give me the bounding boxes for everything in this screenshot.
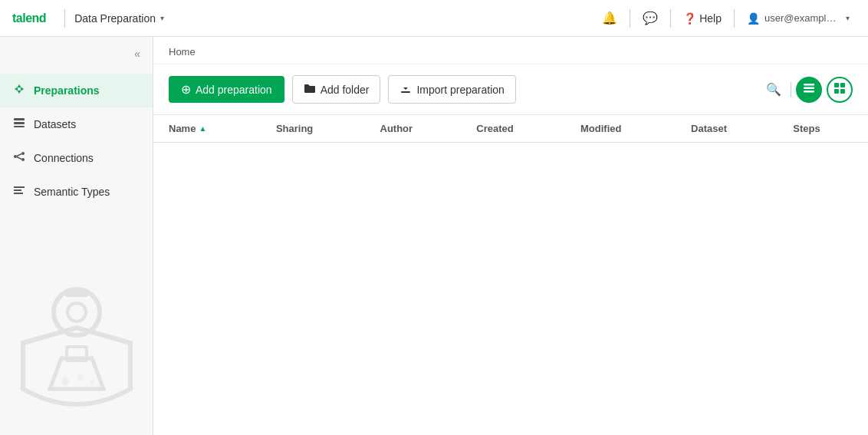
grid-view-icon	[834, 83, 845, 97]
sidebar: « Preparations Datasets	[0, 37, 153, 435]
list-view-button[interactable]	[796, 77, 822, 103]
toolbar: ⊕ Add preparation Add folder	[153, 64, 868, 115]
svg-rect-25	[840, 89, 845, 94]
add-folder-label: Add folder	[321, 84, 370, 96]
table-header-row: Name ▲ Sharing Author Created	[153, 115, 868, 143]
column-created-label: Created	[476, 123, 513, 134]
sidebar-collapse-button[interactable]: «	[131, 46, 143, 61]
topnav-right: 🔔 💬 ❓ Help 👤 user@example.com ▾	[596, 6, 856, 30]
import-icon	[399, 82, 412, 97]
column-created[interactable]: Created	[464, 115, 568, 143]
user-icon: 👤	[747, 12, 760, 25]
top-navigation: talend Data Preparation ▾ 🔔 💬 ❓ Help 👤 u…	[0, 0, 868, 37]
toolbar-right: 🔍	[761, 77, 853, 103]
sidebar-item-datasets[interactable]: Datasets	[0, 107, 153, 141]
chevron-down-icon: ▾	[160, 14, 164, 22]
preparations-table-area: Name ▲ Sharing Author Created	[153, 115, 868, 435]
svg-rect-18	[401, 91, 410, 93]
column-author[interactable]: Author	[368, 115, 465, 143]
breadcrumb-home: Home	[169, 46, 196, 58]
sidebar-watermark	[0, 236, 153, 435]
help-circle-icon: ❓	[683, 12, 696, 25]
svg-point-17	[90, 381, 94, 385]
column-dataset-label: Dataset	[691, 123, 727, 134]
svg-point-11	[54, 289, 100, 335]
svg-rect-24	[834, 89, 839, 94]
nav-divider-3	[670, 9, 671, 28]
sort-asc-icon: ▲	[199, 124, 206, 133]
svg-point-4	[21, 152, 25, 155]
import-preparation-button[interactable]: Import preparation	[388, 75, 515, 104]
nav-divider-4	[734, 9, 735, 28]
connections-label: Connections	[34, 152, 94, 164]
user-name: user@example.com	[764, 12, 841, 24]
user-chevron-icon: ▾	[846, 14, 850, 22]
add-folder-button[interactable]: Add folder	[292, 75, 381, 104]
column-modified-label: Modified	[580, 123, 621, 134]
sidebar-nav: Preparations Datasets	[0, 74, 153, 209]
search-icon: 🔍	[766, 83, 781, 96]
connections-icon	[12, 150, 26, 166]
app-name: Data Preparation	[74, 12, 156, 25]
svg-rect-2	[14, 126, 25, 127]
datasets-icon	[12, 117, 26, 132]
column-modified[interactable]: Modified	[568, 115, 679, 143]
column-steps-label: Steps	[793, 123, 820, 134]
table-header: Name ▲ Sharing Author Created	[153, 115, 868, 143]
column-sharing[interactable]: Sharing	[264, 115, 368, 143]
breadcrumb: Home	[153, 37, 868, 64]
column-steps[interactable]: Steps	[781, 115, 868, 143]
column-dataset[interactable]: Dataset	[679, 115, 781, 143]
svg-rect-19	[804, 84, 814, 86]
svg-rect-20	[804, 87, 814, 89]
svg-rect-1	[14, 122, 25, 124]
column-name[interactable]: Name ▲	[153, 115, 264, 143]
main-content: Home ⊕ Add preparation Add folder	[153, 37, 868, 435]
grid-view-button[interactable]	[827, 77, 853, 103]
user-menu[interactable]: 👤 user@example.com ▾	[741, 8, 856, 29]
svg-rect-8	[14, 186, 25, 188]
svg-rect-21	[804, 91, 814, 93]
preparations-table: Name ▲ Sharing Author Created	[153, 115, 868, 143]
semantic-types-label: Semantic Types	[34, 186, 110, 198]
svg-rect-23	[840, 83, 845, 87]
add-preparation-label: Add preparation	[196, 84, 272, 96]
svg-rect-14	[67, 347, 87, 361]
search-button[interactable]: 🔍	[761, 79, 786, 100]
app-switcher[interactable]: Data Preparation ▾	[74, 12, 164, 25]
svg-rect-22	[834, 83, 839, 87]
column-author-label: Author	[380, 123, 413, 134]
svg-point-15	[61, 377, 69, 385]
folder-icon	[304, 82, 316, 97]
list-view-icon	[804, 83, 814, 97]
nav-divider-1	[64, 9, 65, 28]
messages-button[interactable]: 💬	[636, 6, 664, 30]
app-logo: talend	[12, 12, 46, 25]
datasets-label: Datasets	[34, 118, 76, 130]
svg-line-7	[17, 157, 21, 160]
preparations-icon	[12, 83, 26, 98]
logo-text: talend	[12, 12, 46, 25]
help-label: Help	[699, 12, 722, 25]
sidebar-item-semantic-types[interactable]: Semantic Types	[0, 175, 153, 209]
notifications-button[interactable]: 🔔	[596, 6, 623, 30]
add-preparation-button[interactable]: ⊕ Add preparation	[169, 76, 284, 103]
plus-circle-icon: ⊕	[181, 82, 191, 97]
svg-rect-10	[14, 193, 23, 194]
sidebar-item-connections[interactable]: Connections	[0, 141, 153, 175]
svg-point-5	[21, 158, 25, 161]
svg-point-16	[77, 374, 84, 381]
svg-rect-9	[14, 189, 21, 191]
column-name-label: Name	[169, 123, 196, 134]
toolbar-divider	[791, 82, 791, 97]
sidebar-item-preparations[interactable]: Preparations	[0, 74, 153, 107]
svg-rect-13	[65, 289, 88, 297]
svg-point-12	[67, 303, 86, 321]
import-preparation-label: Import preparation	[416, 84, 504, 96]
help-button[interactable]: ❓ Help	[677, 8, 728, 29]
column-sharing-label: Sharing	[276, 123, 313, 134]
svg-line-6	[17, 154, 21, 157]
svg-point-3	[14, 155, 17, 158]
svg-rect-0	[14, 118, 25, 120]
app-body: « Preparations Datasets	[0, 37, 868, 435]
